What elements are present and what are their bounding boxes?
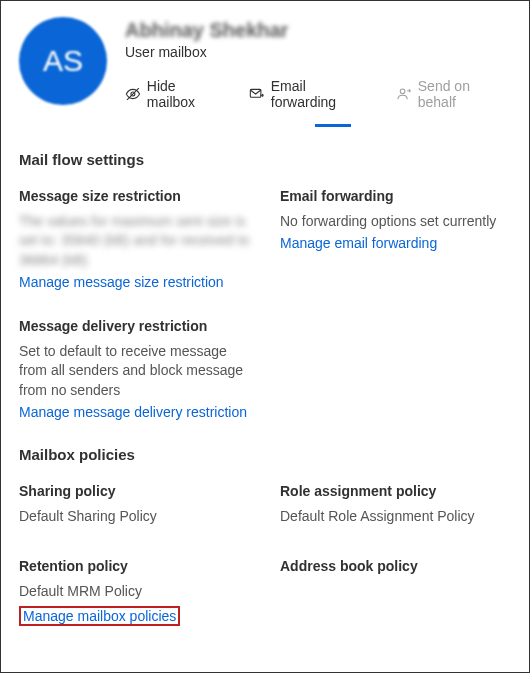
retention-policy-block: Retention policy Default MRM Policy Mana… bbox=[19, 558, 250, 625]
mail-flow-section-title: Mail flow settings bbox=[19, 151, 511, 168]
hide-mailbox-action[interactable]: Hide mailbox bbox=[125, 78, 227, 110]
message-size-desc: The values for maximum sent size is set … bbox=[19, 212, 250, 270]
avatar: AS bbox=[19, 17, 107, 105]
message-size-block: Message size restriction The values for … bbox=[19, 188, 250, 290]
manage-mailbox-policies-link[interactable]: Manage mailbox policies bbox=[23, 608, 176, 624]
manage-message-size-link[interactable]: Manage message size restriction bbox=[19, 274, 224, 290]
email-forwarding-action[interactable]: Email forwarding bbox=[249, 78, 374, 110]
manage-message-delivery-link[interactable]: Manage message delivery restriction bbox=[19, 404, 247, 420]
user-name: Abhinay Shekhar bbox=[125, 19, 511, 42]
message-size-title: Message size restriction bbox=[19, 188, 250, 204]
hide-mailbox-label: Hide mailbox bbox=[147, 78, 227, 110]
sharing-policy-block: Sharing policy Default Sharing Policy bbox=[19, 483, 250, 530]
email-forwarding-label: Email forwarding bbox=[271, 78, 374, 110]
role-assignment-block: Role assignment policy Default Role Assi… bbox=[280, 483, 511, 530]
manage-email-forwarding-link[interactable]: Manage email forwarding bbox=[280, 235, 437, 251]
send-on-behalf-icon bbox=[396, 86, 412, 102]
mailbox-policies-section-title: Mailbox policies bbox=[19, 446, 511, 463]
role-assignment-desc: Default Role Assignment Policy bbox=[280, 507, 511, 526]
email-forwarding-desc: No forwarding options set currently bbox=[280, 212, 511, 231]
sharing-policy-desc: Default Sharing Policy bbox=[19, 507, 250, 526]
user-type: User mailbox bbox=[125, 44, 511, 60]
email-forwarding-block: Email forwarding No forwarding options s… bbox=[280, 188, 511, 290]
sharing-policy-title: Sharing policy bbox=[19, 483, 250, 499]
retention-policy-title: Retention policy bbox=[19, 558, 250, 574]
retention-policy-desc: Default MRM Policy bbox=[19, 582, 250, 601]
email-forwarding-title: Email forwarding bbox=[280, 188, 511, 204]
avatar-initials: AS bbox=[43, 44, 83, 78]
role-assignment-title: Role assignment policy bbox=[280, 483, 511, 499]
active-tab-indicator bbox=[315, 124, 351, 127]
email-forwarding-icon bbox=[249, 86, 265, 102]
address-book-title: Address book policy bbox=[280, 558, 511, 574]
send-on-behalf-label: Send on behalf bbox=[418, 78, 511, 110]
send-on-behalf-action: Send on behalf bbox=[396, 78, 511, 110]
message-delivery-block: Message delivery restriction Set to defa… bbox=[19, 318, 250, 420]
message-delivery-desc: Set to default to receive message from a… bbox=[19, 342, 250, 400]
svg-point-3 bbox=[400, 89, 405, 94]
hide-mailbox-icon bbox=[125, 86, 141, 102]
address-book-block: Address book policy bbox=[280, 558, 511, 625]
message-delivery-title: Message delivery restriction bbox=[19, 318, 250, 334]
manage-mailbox-policies-highlight: Manage mailbox policies bbox=[19, 606, 180, 626]
